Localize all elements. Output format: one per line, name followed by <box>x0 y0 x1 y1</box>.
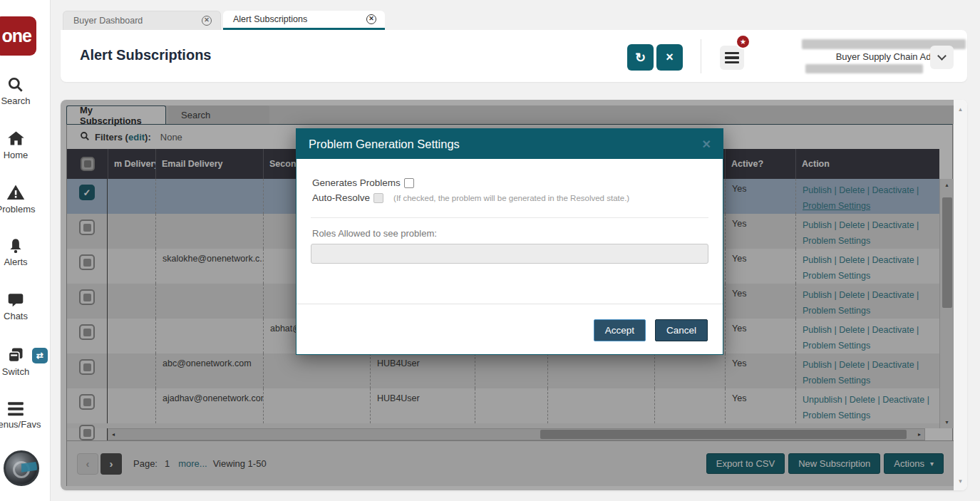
tab-alert-subscriptions[interactable]: Alert Subscriptions ✕ <box>223 11 385 30</box>
tab-label: Alert Subscriptions <box>233 14 307 24</box>
scroll-up-icon[interactable]: ▴ <box>959 105 962 113</box>
star-badge-icon: ★ <box>736 34 751 49</box>
divider <box>311 217 708 218</box>
user-menu-button[interactable] <box>930 46 954 69</box>
tab-buyer-dashboard[interactable]: Buyer Dashboard ✕ <box>63 11 221 30</box>
sidebar-item-label: Home <box>4 150 29 160</box>
sidebar-item-label: Search <box>1 95 30 106</box>
search-icon <box>6 76 25 94</box>
close-dialog-icon[interactable]: ✕ <box>702 138 711 151</box>
bell-icon <box>6 237 25 255</box>
swap-arrows-icon[interactable]: ⇄ <box>32 348 48 363</box>
divider <box>296 304 723 304</box>
problem-generation-settings-dialog: Problem Generation Settings ✕ Generates … <box>296 128 723 355</box>
sidebar-item-label: Alerts <box>4 257 27 267</box>
roles-allowed-label: Roles Allowed to see problem: <box>312 228 723 239</box>
sidebar-item-problems[interactable]: Problems <box>0 182 31 215</box>
sidebar-item-label: Switch <box>2 366 29 377</box>
sidebar-item-search[interactable]: Search <box>0 76 31 106</box>
app-root: one Search Home Problems Alerts <box>0 0 980 501</box>
tab-label: Buyer Dashboard <box>73 16 143 26</box>
close-tab-icon[interactable]: ✕ <box>366 14 376 24</box>
dialog-title: Problem Generation Settings <box>309 138 460 151</box>
close-tab-icon[interactable]: ✕ <box>202 16 212 26</box>
sidebar-item-label: Chats <box>4 311 28 321</box>
page-header: Alert Subscriptions ↻ × ★ Buyer Supply C… <box>61 30 967 82</box>
generates-problems-checkbox[interactable] <box>404 178 414 188</box>
scroll-down-icon[interactable]: ▾ <box>959 477 962 485</box>
sidebar-item-label: Problems <box>0 204 35 215</box>
sidebar-item-alerts[interactable]: Alerts <box>0 237 31 267</box>
cancel-button[interactable]: Cancel <box>655 319 708 341</box>
sidebar-item-home[interactable]: Home <box>0 129 31 160</box>
auto-resolve-checkbox[interactable] <box>373 193 383 203</box>
dialog-buttons: Accept Cancel <box>594 319 708 341</box>
accept-button[interactable]: Accept <box>594 319 646 341</box>
sidebar-item-menus-favs[interactable]: Menus/Favs <box>0 401 31 430</box>
sidebar: one Search Home Problems Alerts <box>0 0 51 501</box>
roles-allowed-input[interactable] <box>311 244 708 264</box>
refresh-icon: ↻ <box>635 50 646 66</box>
home-icon <box>6 129 26 148</box>
refresh-button[interactable]: ↻ <box>627 44 654 71</box>
page-scrollbar[interactable]: ▴ ▾ <box>954 100 967 490</box>
tab-strip: Buyer Dashboard ✕ Alert Subscriptions ✕ <box>63 11 385 30</box>
close-icon: × <box>666 50 674 65</box>
chat-bubble-icon <box>6 291 25 309</box>
hamburger-icon <box>725 50 739 66</box>
close-page-button[interactable]: × <box>656 44 683 71</box>
notifications-menu-button[interactable] <box>720 46 744 70</box>
hamburger-icon <box>6 401 25 418</box>
generates-problems-label: Generates Problems <box>312 177 401 188</box>
ai-avatar[interactable] <box>4 450 39 486</box>
switch-icon <box>6 346 26 365</box>
sidebar-item-label: Menus/Favs <box>0 419 41 430</box>
warning-triangle-icon <box>6 182 26 202</box>
auto-resolve-label: Auto-Resolve <box>312 192 370 203</box>
one-network-logo[interactable]: one <box>0 16 36 56</box>
sidebar-item-chats[interactable]: Chats <box>0 291 31 321</box>
dialog-header: Problem Generation Settings ✕ <box>296 129 723 159</box>
chevron-down-icon <box>937 51 947 61</box>
divider <box>701 39 701 73</box>
generates-problems-row: Generates Problems <box>312 177 723 188</box>
auto-resolve-hint: (If checked, the problem will be generat… <box>393 194 629 202</box>
user-org-blurred <box>805 64 923 73</box>
auto-resolve-row: Auto-Resolve (If checked, the problem wi… <box>312 192 723 203</box>
sidebar-item-switch[interactable]: Switch <box>0 346 31 377</box>
page-title: Alert Subscriptions <box>80 47 211 63</box>
